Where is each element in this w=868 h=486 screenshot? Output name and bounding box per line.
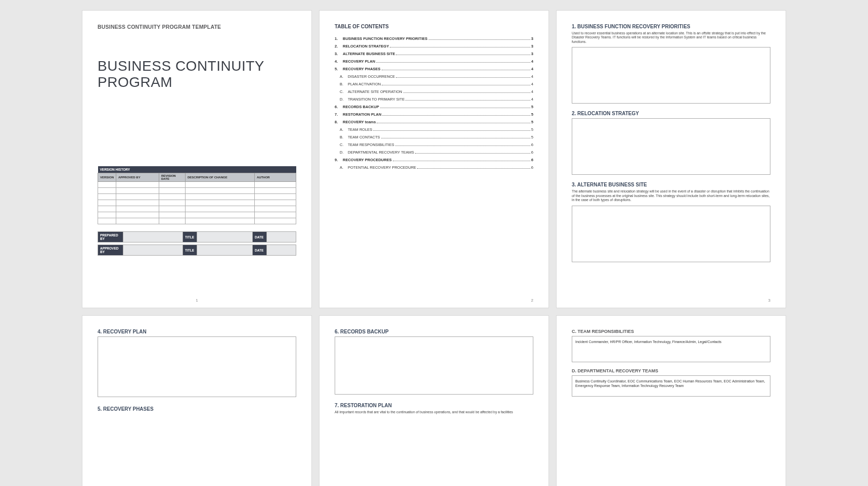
toc-dots: [396, 77, 530, 78]
table-row[interactable]: [98, 194, 296, 200]
section-3-heading: 3. ALTERNATE BUSINESS SITE: [572, 182, 770, 187]
toc-dots: [381, 138, 530, 138]
section-1-desc: Used to recover essential business opera…: [572, 31, 770, 44]
page-4: 4. RECOVERY PLAN 5. RECOVERY PHASES: [82, 315, 312, 486]
col-description: DESCRIPTION OF CHANGE: [186, 173, 255, 182]
toc-num: B.: [340, 82, 348, 86]
toc-item[interactable]: 6.RECORDS BACKUP5: [335, 105, 533, 109]
toc-page: 6: [531, 158, 533, 162]
toc-item[interactable]: C.TEAM RESPONSIBILITIES6: [335, 142, 533, 147]
section-4-heading: 4. RECOVERY PLAN: [98, 329, 296, 334]
toc-dots: [429, 39, 530, 40]
toc-label: PLAN ACTIVATION: [348, 82, 381, 86]
toc-num: 9.: [335, 158, 343, 162]
toc-dots: [390, 47, 530, 47]
toc-item[interactable]: A.POTENTIAL RECOVERY PROCEDURE6: [335, 165, 533, 170]
toc-page: 4: [531, 74, 533, 79]
section-1-heading: 1. BUSINESS FUNCTION RECOVERY PRIORITIES: [572, 24, 770, 29]
toc-item[interactable]: D.DEPARTMENTAL RECOVERY TEAMS6: [335, 150, 533, 155]
toc-item[interactable]: 7.RESTORATION PLAN5: [335, 112, 533, 117]
toc-dots: [417, 168, 530, 169]
toc-num: 7.: [335, 112, 343, 117]
toc-label: RESTORATION PLAN: [343, 112, 381, 117]
title-input-1[interactable]: [197, 232, 253, 242]
section-3-box[interactable]: [572, 206, 770, 262]
section-6-heading: 6. RECORDS BACKUP: [335, 329, 533, 334]
page-number: 1: [196, 298, 198, 303]
toc-num: D.: [340, 150, 348, 155]
section-7-heading: 7. RESTORATION PLAN: [335, 403, 533, 408]
table-row[interactable]: [98, 188, 296, 194]
table-row[interactable]: [98, 206, 296, 212]
table-row[interactable]: [98, 182, 296, 188]
toc-page: 5: [531, 112, 533, 117]
approved-by-input[interactable]: [123, 245, 183, 256]
document-main-title: BUSINESS CONTINUITY PROGRAM: [98, 58, 296, 90]
page-1: BUSINESS CONTINUITY PROGRAM TEMPLATE BUS…: [82, 10, 312, 308]
toc-item[interactable]: 8.RECOVERY teams5: [335, 120, 533, 124]
section-3-desc: The alternate business site and relocati…: [572, 189, 770, 202]
toc-page: 4: [531, 89, 533, 94]
page-5: 6. RECORDS BACKUP 7. RESTORATION PLAN Al…: [319, 315, 549, 486]
title-label-2: TITLE: [183, 245, 197, 256]
table-row[interactable]: [98, 212, 296, 218]
toc-item[interactable]: 1.BUSINESS FUNCTION RECOVERY PRIORITIES3: [335, 36, 533, 41]
version-history-header: VERSION HISTORY: [98, 166, 296, 173]
toc-label: TEAM ROLES: [348, 127, 372, 132]
toc-num: D.: [340, 97, 348, 102]
section-c-box[interactable]: Incident Commander, HR/PR Officer, Infor…: [572, 336, 770, 362]
toc-label: DISASTER OCCURRENCE: [348, 74, 395, 79]
toc-item[interactable]: A.DISASTER OCCURRENCE4: [335, 74, 533, 79]
toc-dots: [393, 161, 530, 161]
toc-num: A.: [340, 74, 348, 79]
toc-page: 6: [531, 165, 533, 170]
title-line-1: BUSINESS CONTINUITY: [98, 58, 264, 74]
toc-dots: [373, 130, 530, 131]
toc-page: 4: [531, 67, 533, 71]
date-input-2[interactable]: [267, 245, 296, 256]
toc-item[interactable]: 4.RECOVERY PLAN4: [335, 59, 533, 64]
toc-item[interactable]: 9.RECOVERY PROCEDURES6: [335, 158, 533, 162]
toc-num: A.: [340, 127, 348, 132]
toc-item[interactable]: A.TEAM ROLES5: [335, 127, 533, 132]
toc-page: 5: [531, 135, 533, 139]
toc-num: C.: [340, 142, 348, 147]
approved-by-label: APPROVED BY: [98, 245, 123, 256]
toc-dots: [380, 108, 530, 108]
title-line-2: PROGRAM: [98, 74, 172, 90]
toc-item[interactable]: C.ALTERNATE SITE OPERATION4: [335, 89, 533, 94]
signoff-table: PREPARED BY TITLE DATE: [98, 231, 296, 242]
toc-num: 2.: [335, 44, 343, 48]
toc-page: 3: [531, 52, 533, 56]
page-3: 1. BUSINESS FUNCTION RECOVERY PRIORITIES…: [556, 10, 786, 308]
section-1-box[interactable]: [572, 47, 770, 104]
title-input-2[interactable]: [197, 245, 253, 256]
page-number: 2: [531, 298, 533, 303]
table-row[interactable]: [98, 218, 296, 224]
section-d-box[interactable]: Business Continuity Coordinator, EOC Com…: [572, 375, 770, 397]
toc-title: TABLE OF CONTENTS: [335, 24, 533, 29]
toc-page: 6: [531, 142, 533, 147]
prepared-by-input[interactable]: [123, 232, 183, 242]
toc-dots: [405, 100, 530, 101]
toc-num: 6.: [335, 105, 343, 109]
toc-item[interactable]: B.PLAN ACTIVATION4: [335, 82, 533, 86]
toc-label: DEPARTMENTAL RECOVERY TEAMS: [348, 150, 414, 155]
toc-item[interactable]: D.TRANSITION TO PRIMARY SITE4: [335, 97, 533, 102]
toc-dots: [382, 70, 530, 70]
toc-label: ALTERNATE BUSINESS SITE: [343, 52, 395, 56]
toc-label: RELOCATION STRATEGY: [343, 44, 389, 48]
page-number: 3: [768, 298, 770, 303]
toc-label: TEAM CONTACTS: [348, 135, 380, 139]
toc-label: TEAM RESPONSIBILITIES: [348, 142, 394, 147]
section-2-box[interactable]: [572, 118, 770, 175]
template-label: BUSINESS CONTINUITY PROGRAM TEMPLATE: [98, 24, 296, 30]
table-row[interactable]: [98, 200, 296, 206]
section-4-box[interactable]: [98, 336, 296, 397]
section-6-box[interactable]: [335, 336, 533, 395]
toc-item[interactable]: 5.RECOVERY PHASES4: [335, 67, 533, 71]
toc-item[interactable]: 2.RELOCATION STRATEGY3: [335, 44, 533, 48]
toc-item[interactable]: B.TEAM CONTACTS5: [335, 135, 533, 139]
date-input-1[interactable]: [267, 232, 296, 242]
toc-item[interactable]: 3.ALTERNATE BUSINESS SITE3: [335, 52, 533, 56]
